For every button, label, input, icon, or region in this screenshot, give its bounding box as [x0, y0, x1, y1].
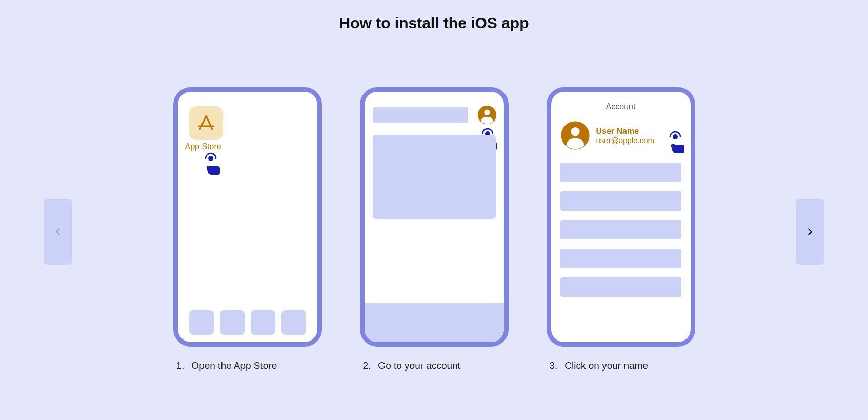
list-item: [560, 220, 681, 239]
carousel: App Store: [0, 0, 868, 420]
svg-line-1: [206, 116, 212, 129]
svg-point-9: [673, 134, 678, 139]
step-label: Click on your name: [564, 360, 648, 371]
phone-mock-1: App Store: [173, 87, 322, 347]
step-number: 2.: [363, 360, 371, 371]
list-item: [560, 191, 681, 211]
dock-item: [281, 310, 306, 335]
appstore-logo-icon: [196, 113, 216, 133]
phone-mock-3: Account User Name user@apple.com: [547, 87, 695, 347]
tap-gesture-icon: [667, 131, 688, 154]
settings-list: [560, 163, 681, 297]
step-label: Open the App Store: [191, 360, 277, 371]
search-bar-placeholder: [373, 107, 468, 123]
tap-gesture-icon: [203, 152, 223, 176]
dock-item: [251, 310, 275, 335]
list-item: [560, 249, 681, 268]
list-item: [560, 277, 681, 297]
account-avatar: [477, 105, 497, 125]
svg-point-5: [484, 110, 490, 115]
appstore-app-icon: [189, 106, 223, 140]
phone-dock: [178, 310, 317, 335]
svg-point-8: [571, 127, 579, 136]
user-name: User Name: [596, 127, 655, 136]
svg-line-0: [200, 116, 206, 129]
bottom-bar-placeholder: [365, 303, 504, 342]
user-email: user@apple.com: [596, 136, 655, 145]
step-number: 1.: [176, 360, 185, 371]
user-circle-icon: [560, 121, 590, 150]
user-circle-icon: [477, 105, 497, 125]
step-caption: 1.Open the App Store: [173, 360, 322, 371]
chevron-left-icon: [52, 226, 64, 237]
step-number: 3.: [550, 360, 558, 371]
phone-mock-2: [360, 87, 509, 347]
step-2: 2.Go to your account: [360, 87, 509, 371]
appstore-app-label: App Store: [185, 142, 221, 151]
dock-item: [189, 310, 214, 335]
featured-card-placeholder: [373, 135, 496, 219]
step-3: Account User Name user@apple.com: [547, 87, 695, 371]
carousel-prev-button[interactable]: [44, 199, 72, 265]
dock-item: [220, 310, 245, 335]
step-caption: 2.Go to your account: [360, 360, 509, 371]
chevron-right-icon: [804, 226, 816, 237]
list-item: [560, 163, 681, 182]
user-row: User Name user@apple.com: [560, 121, 655, 150]
step-1: App Store: [173, 87, 322, 371]
steps-row: App Store: [173, 87, 695, 371]
user-avatar: [560, 121, 590, 150]
step-caption: 3.Click on your name: [547, 360, 695, 371]
step-label: Go to your account: [378, 360, 460, 371]
account-header: Account: [551, 102, 691, 111]
user-text: User Name user@apple.com: [596, 127, 655, 145]
carousel-next-button[interactable]: [796, 199, 824, 265]
svg-point-3: [208, 156, 213, 161]
